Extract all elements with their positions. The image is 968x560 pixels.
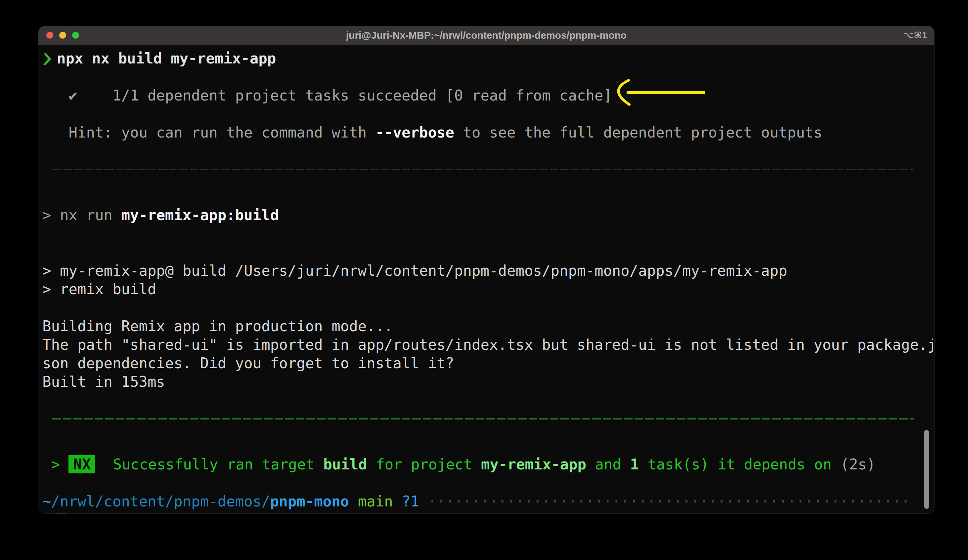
warning-line-2: son dependencies. Did you forget to inst… (42, 354, 934, 373)
prompt-chevron-icon (43, 53, 51, 65)
blank-line (42, 474, 934, 492)
blank-line (42, 299, 934, 317)
terminal-text-segment: > (42, 456, 68, 473)
window-hotkey-label: ⌥⌘1 (903, 26, 927, 45)
separator-line (52, 418, 914, 420)
separator-line (52, 169, 914, 170)
terminal-text-segment: Built in 153ms (42, 373, 165, 390)
terminal-text-segment (393, 493, 402, 510)
terminal-cursor (57, 513, 66, 514)
terminal-text-segment: npx nx build my-remix-app (57, 50, 276, 67)
close-button[interactable] (46, 32, 53, 39)
terminal-text-segment: build (323, 456, 367, 473)
blank-line (42, 105, 934, 123)
prompt-input-line (42, 511, 934, 514)
prompt-path-line: ~/nrwl/content/pnpm-demos/pnpm-mono main… (42, 492, 934, 511)
terminal-text-segment: pnpm-mono (270, 493, 349, 510)
terminal-text-segment: Hint: you can run the command with (42, 124, 376, 141)
minimize-button[interactable] (59, 32, 66, 39)
blank-line (42, 391, 934, 410)
terminal-text-segment: ~ (42, 493, 51, 510)
terminal-text-segment: to see the full dependent project output… (454, 124, 822, 141)
building-line: Building Remix app in production mode... (42, 317, 934, 335)
terminal-text-segment (419, 493, 428, 510)
blank-line (42, 187, 934, 206)
desktop-background: juri@Juri-Nx-MBP:~/nrwl/content/pnpm-dem… (0, 0, 968, 560)
terminal-text-segment: for project (367, 456, 481, 473)
terminal-text-segment: /nrwl/content/pnpm-demos/ (51, 493, 270, 510)
terminal-text-segment: Successfully ran target (95, 456, 323, 473)
dependent-tasks-line: ✔ 1/1 dependent project tasks succeeded … (42, 86, 934, 105)
terminal-text-segment: and (586, 456, 630, 473)
command-input-line: npx nx build my-remix-app (42, 49, 934, 68)
terminal-text-segment: ········································… (428, 493, 910, 510)
blank-line (42, 142, 934, 160)
hint-line: Hint: you can run the command with --ver… (42, 123, 934, 142)
nx-success-line: > NX Successfully ran target build for p… (42, 455, 934, 474)
terminal-text-segment: Building Remix app in production mode... (42, 318, 393, 335)
remix-build-line: > remix build (42, 280, 934, 299)
blank-line (42, 68, 934, 86)
nx-run-line: > nx run my-remix-app:build (42, 206, 934, 225)
terminal-window: juri@Juri-Nx-MBP:~/nrwl/content/pnpm-dem… (38, 26, 935, 514)
terminal-text-segment: task(s) it depends on (639, 456, 840, 473)
warning-line-1: The path "shared-ui" is imported in app/… (42, 335, 934, 354)
built-time-line: Built in 153ms (42, 373, 934, 391)
terminal-text-segment: 1 (630, 456, 639, 473)
terminal-text-segment (349, 493, 358, 510)
blank-line (42, 225, 934, 243)
terminal-text-segment: > nx run (42, 206, 121, 223)
terminal-text-segment: > remix build (42, 281, 156, 297)
scrollbar-thumb[interactable] (924, 430, 929, 509)
separator-top (42, 169, 934, 187)
terminal-text-segment: main (358, 493, 393, 510)
terminal-body[interactable]: npx nx build my-remix-app ✔ 1/1 dependen… (38, 45, 934, 514)
terminal-text-segment: --verbose (376, 124, 454, 141)
terminal-text-segment: The path "shared-ui" is imported in app/… (42, 336, 934, 353)
terminal-text-segment: (2s) (840, 456, 875, 473)
blank-line (42, 243, 934, 261)
terminal-text-segment: ?1 (402, 493, 419, 510)
window-title: juri@Juri-Nx-MBP:~/nrwl/content/pnpm-dem… (104, 26, 868, 45)
pnpm-script-line: > my-remix-app@ build /Users/juri/nrwl/c… (42, 261, 934, 280)
terminal-text-segment: ✔ 1/1 dependent project tasks succeeded … (42, 87, 612, 104)
titlebar[interactable]: juri@Juri-Nx-MBP:~/nrwl/content/pnpm-dem… (38, 26, 934, 45)
terminal-text-segment: > my-remix-app@ build /Users/juri/nrwl/c… (42, 262, 787, 279)
separator-bottom (42, 418, 934, 437)
blank-line (42, 437, 934, 455)
terminal-text-segment: my-remix-app (481, 456, 586, 473)
nx-badge: NX (68, 455, 95, 473)
terminal-text-segment: son dependencies. Did you forget to inst… (42, 355, 454, 372)
terminal-text-segment: my-remix-app:build (121, 206, 279, 223)
zoom-button[interactable] (72, 32, 79, 39)
